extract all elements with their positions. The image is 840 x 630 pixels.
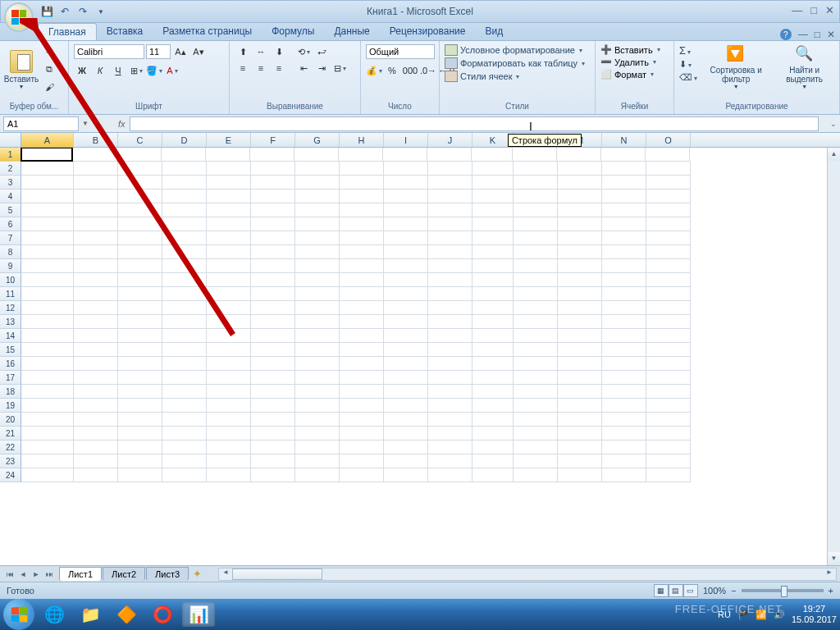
cell[interactable]	[428, 371, 472, 385]
row-header[interactable]: 7	[0, 231, 21, 245]
cell[interactable]	[74, 441, 118, 454]
cell[interactable]	[428, 217, 472, 231]
font-size-select[interactable]	[146, 44, 171, 59]
align-center-icon[interactable]: ≡	[253, 61, 269, 75]
office-button[interactable]	[4, 2, 34, 32]
cell[interactable]	[558, 343, 602, 357]
cell[interactable]	[295, 301, 340, 315]
cell[interactable]	[472, 413, 514, 427]
cell[interactable]	[384, 189, 428, 203]
cell[interactable]	[207, 217, 251, 231]
cell[interactable]	[74, 287, 118, 301]
align-left-icon[interactable]: ≡	[235, 61, 251, 75]
cell[interactable]	[162, 259, 207, 273]
row-header[interactable]: 18	[0, 385, 21, 399]
zoom-slider[interactable]	[742, 589, 824, 592]
tray-clock[interactable]: 19:2715.09.2017	[792, 604, 837, 625]
cell[interactable]	[251, 217, 295, 231]
cell[interactable]	[118, 203, 162, 217]
bold-button[interactable]: Ж	[74, 63, 90, 78]
cell[interactable]	[558, 441, 602, 454]
cell[interactable]	[340, 176, 384, 189]
orientation-icon[interactable]: ⟲	[295, 44, 312, 59]
cell[interactable]	[646, 357, 691, 371]
cut-icon[interactable]: ✂	[41, 43, 57, 59]
cell[interactable]	[251, 441, 295, 454]
cell[interactable]	[384, 385, 428, 399]
cell[interactable]	[602, 217, 646, 231]
undo-icon[interactable]: ↶	[58, 5, 71, 18]
cell[interactable]	[295, 315, 340, 329]
row-header[interactable]: 3	[0, 176, 21, 189]
cell[interactable]	[162, 176, 207, 189]
cell[interactable]	[207, 189, 251, 203]
cell[interactable]	[340, 329, 384, 343]
cell[interactable]	[21, 176, 74, 189]
cell[interactable]	[21, 329, 74, 343]
cell[interactable]	[251, 189, 295, 203]
cell[interactable]	[340, 427, 384, 441]
row-header[interactable]: 2	[0, 162, 21, 176]
cell[interactable]	[428, 287, 472, 301]
cell-styles-button[interactable]: Стили ячеек	[445, 71, 585, 82]
tab-данные[interactable]: Данные	[324, 23, 379, 40]
cell[interactable]	[340, 301, 384, 315]
help-icon[interactable]: ?	[780, 29, 792, 40]
cell[interactable]	[295, 189, 340, 203]
cell[interactable]	[73, 148, 117, 162]
cell[interactable]	[646, 162, 691, 176]
start-button[interactable]	[3, 599, 34, 630]
cell[interactable]	[295, 217, 340, 231]
wrap-text-icon[interactable]: ⮐	[313, 44, 330, 59]
cell[interactable]	[162, 329, 207, 343]
cell[interactable]	[21, 315, 74, 329]
fill-icon[interactable]: ⬇	[679, 59, 697, 70]
cell[interactable]	[472, 259, 514, 273]
cell[interactable]	[118, 343, 162, 357]
cell[interactable]	[207, 468, 251, 482]
cell[interactable]	[162, 441, 207, 454]
sheet-tab[interactable]: Лист2	[103, 567, 145, 581]
cell[interactable]	[384, 468, 428, 482]
cell[interactable]	[646, 148, 690, 162]
cell[interactable]	[384, 287, 428, 301]
cell[interactable]	[472, 217, 514, 231]
format-as-table-button[interactable]: Форматировать как таблицу	[445, 57, 585, 69]
cell[interactable]	[207, 427, 251, 441]
align-middle-icon[interactable]: ↔	[253, 44, 269, 59]
cell[interactable]	[472, 399, 514, 413]
select-all-corner[interactable]	[0, 133, 21, 147]
cell[interactable]	[340, 189, 384, 203]
cell[interactable]	[384, 176, 428, 189]
cell[interactable]	[428, 427, 472, 441]
cell[interactable]	[118, 217, 162, 231]
increase-indent-icon[interactable]: ⇥	[313, 61, 330, 75]
row-header[interactable]: 23	[0, 454, 21, 468]
format-cells-button[interactable]: ⬜Формат	[600, 69, 660, 80]
cell[interactable]	[514, 441, 558, 454]
cell[interactable]	[207, 259, 251, 273]
row-header[interactable]: 19	[0, 399, 21, 413]
cell[interactable]	[514, 189, 558, 203]
cell[interactable]	[207, 441, 251, 454]
cell[interactable]	[646, 273, 691, 287]
cell[interactable]	[340, 343, 384, 357]
formula-input[interactable]: I Строка формул	[130, 116, 819, 131]
cell[interactable]	[74, 357, 118, 371]
cell[interactable]	[646, 441, 691, 454]
align-right-icon[interactable]: ≡	[271, 61, 287, 75]
cell[interactable]	[428, 357, 472, 371]
prev-sheet-icon[interactable]: ◄	[16, 570, 30, 578]
cell[interactable]	[558, 259, 602, 273]
cell[interactable]	[602, 189, 646, 203]
row-header[interactable]: 10	[0, 273, 21, 287]
name-box[interactable]	[3, 116, 79, 131]
cell[interactable]	[162, 273, 207, 287]
cell[interactable]	[251, 176, 295, 189]
cell[interactable]	[646, 231, 691, 245]
cell[interactable]	[118, 162, 162, 176]
cell[interactable]	[514, 427, 558, 441]
first-sheet-icon[interactable]: ⏮	[3, 570, 16, 578]
cell[interactable]	[428, 468, 472, 482]
cell[interactable]	[384, 329, 428, 343]
